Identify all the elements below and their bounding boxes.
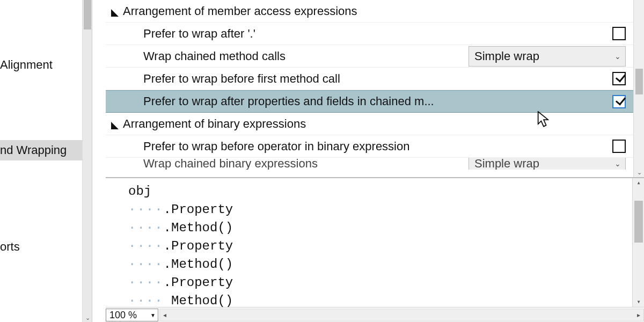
settings-scrollbar[interactable]: ⌄ [633,0,644,177]
settings-scrollbar-thumb[interactable] [635,69,643,94]
chevron-down-icon: ▼ [150,312,156,318]
checkbox[interactable] [612,72,626,85]
code-text: obj [128,184,151,199]
expand-collapse-icon [111,122,119,129]
nav-scrollbar[interactable]: ⌄ [82,0,92,322]
settings-group-header[interactable]: Arrangement of member access expressions [106,0,633,23]
indent-guides: ···· [128,275,164,290]
code-line: ····.Method() [128,255,644,274]
code-line: ····.Method() [128,219,644,237]
settings-row[interactable]: Prefer to wrap before operator in binary… [106,135,633,158]
settings-label: Wrap chained method calls [106,49,467,63]
left-nav-panel: Alignmentnd Wrappingortsg Style ⌄ [0,0,92,322]
preview-scrollbar-thumb[interactable] [634,201,643,243]
code-text: .Method() [164,221,233,235]
select-value: Simple wrap [474,49,614,63]
scroll-right-icon[interactable]: ▸ [634,309,643,321]
checkmark-icon [615,95,625,106]
code-line: ···· Method() [128,292,644,307]
settings-label: Prefer to wrap before first method call [106,72,467,86]
settings-row[interactable]: Wrap chained binary expressionsSimple wr… [106,158,633,170]
code-text: .Method() [164,257,233,272]
scroll-left-icon[interactable]: ◂ [160,309,170,321]
checkbox[interactable] [612,27,626,40]
code-line: ····.Property [128,201,644,219]
settings-label: Prefer to wrap after '.' [106,27,467,41]
checkbox[interactable] [612,95,626,108]
zoom-value: 100 % [109,310,150,321]
checkmark-icon [615,72,625,83]
select[interactable]: Simple wrap⌄ [469,46,626,67]
indent-guides: ···· [128,257,164,272]
group-title: Arrangement of member access expressions [123,4,357,18]
expand-collapse-icon [111,9,119,17]
settings-label: Prefer to wrap after properties and fiel… [106,94,467,108]
group-title: Arrangement of binary expressions [123,117,306,131]
preview-scrollbar[interactable]: ▴ ▾ [632,178,644,307]
chevron-down-icon: ⌄ [614,52,621,61]
settings-label: Prefer to wrap before operator in binary… [106,140,467,153]
indent-guides: ···· [128,202,164,217]
code-line: obj [128,182,644,201]
checkbox[interactable] [612,140,626,153]
indent-guides: ···· [128,239,164,253]
code-line: ····.Property [128,237,644,255]
nav-item[interactable]: orts [0,237,92,257]
scroll-down-icon[interactable]: ⌄ [634,167,644,177]
scroll-up-icon[interactable]: ▴ [633,178,644,188]
settings-row[interactable]: Prefer to wrap before first method call [106,68,633,90]
zoom-bar: 100 % ▼ ◂ ▸ [106,307,644,322]
settings-row[interactable]: Prefer to wrap after '.' [106,23,633,45]
settings-group-header[interactable]: Arrangement of binary expressions [106,113,633,135]
zoom-select[interactable]: 100 % ▼ [106,309,158,321]
code-preview-pane: obj····.Property····.Method()····.Proper… [106,177,644,322]
code-line: ····.Property [128,274,644,292]
indent-guides: ···· [128,294,164,307]
code-text: .Property [164,275,233,290]
nav-item[interactable]: nd Wrapping [0,140,92,160]
select[interactable]: Simple wrap⌄ [469,158,626,170]
settings-pane: Arrangement of member access expressions… [92,0,644,177]
code-text: .Property [164,202,233,217]
preview-horizontal-scrollbar[interactable]: ◂ ▸ [159,309,644,321]
scroll-down-icon[interactable]: ⌄ [83,313,92,322]
nav-scrollbar-thumb[interactable] [84,0,91,30]
chevron-down-icon: ⌄ [614,159,621,168]
code-text: Method() [164,294,233,307]
settings-row[interactable]: Wrap chained method callsSimple wrap⌄ [106,45,633,68]
nav-item[interactable]: Alignment [0,55,92,75]
scroll-down-icon[interactable]: ▾ [633,297,644,307]
select-value: Simple wrap [474,158,614,170]
settings-label: Wrap chained binary expressions [106,158,467,170]
settings-row[interactable]: Prefer to wrap after properties and fiel… [106,90,633,113]
indent-guides: ···· [128,221,164,235]
code-text: .Property [164,239,233,253]
